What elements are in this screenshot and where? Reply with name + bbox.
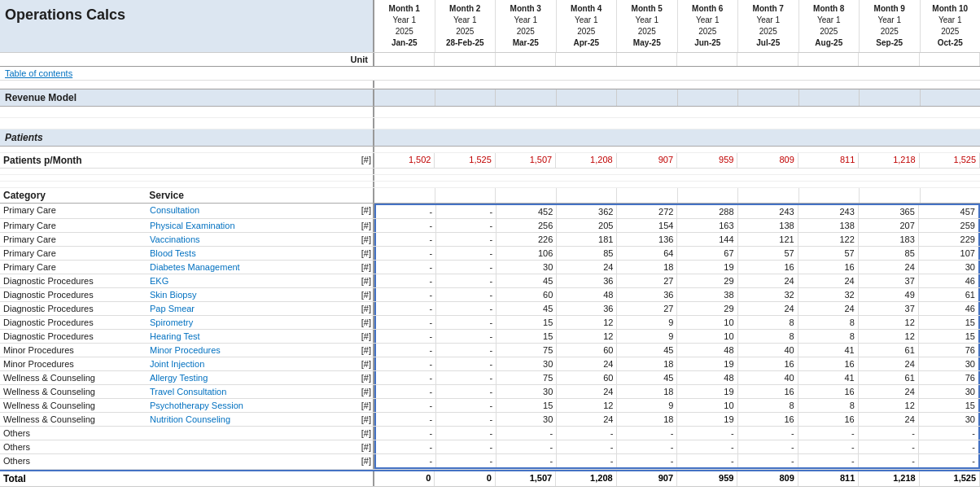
category-8: Diagnostic Procedures [0,316,147,329]
year-label: Year 1 [922,15,979,26]
cell-5-7: 24 [798,274,859,287]
cell-3-5: 67 [677,247,737,260]
cell-16-8: - [859,427,919,440]
service-0: Consultation [147,204,309,218]
cell-1-0: - [376,219,436,232]
row-left-10: Minor ProceduresMinor Procedures[#] [0,344,374,357]
unit-1: [#] [309,219,374,232]
blank-row-7 [0,182,980,188]
cell-14-3: 12 [557,399,617,412]
cell-12-4: 45 [617,371,677,384]
cell-3-7: 57 [798,247,859,260]
service-6: Skin Biopsy [147,288,309,301]
full-year-label: 2025 [740,26,797,37]
cell-9-9: 15 [919,330,978,343]
cell-11-6: 16 [738,357,798,370]
row-cells-13: --3024181916162430 [374,385,980,398]
category-17: Others [0,440,147,453]
table-row: Primary CarePhysical Examination[#]--256… [0,219,980,233]
service-header: Service [146,188,308,203]
service-18 [147,454,309,469]
cell-5-4: 27 [617,274,677,287]
cell-1-8: 207 [859,219,919,232]
ppm-value-4: 907 [617,153,677,168]
row-cells-4: --3024181916162430 [374,261,980,274]
rm-cell-7 [799,90,860,106]
rm-cell-1 [435,90,497,106]
category-3: Primary Care [0,247,147,260]
cell-0-9: 457 [919,205,978,218]
blank-row-5 [0,169,980,175]
cell-2-3: 181 [557,233,617,246]
cell-17-1: - [436,440,497,453]
cell-9-8: 12 [859,330,919,343]
cell-10-0: - [376,344,436,357]
service-16 [147,427,309,440]
total-cell-4: 907 [617,471,677,486]
cell-6-9: 61 [919,288,978,301]
cell-1-5: 163 [677,219,737,232]
cell-15-0: - [376,413,436,426]
full-year-label: 2025 [801,26,858,37]
cell-2-0: - [376,233,436,246]
service-7: Pap Smear [147,302,309,315]
ch-cell-7 [799,188,860,203]
cell-6-1: - [436,288,497,301]
row-cells-0: --452362272288243243365457 [374,204,980,218]
ch-cell-8 [860,188,921,203]
unit-12: [#] [309,371,374,384]
toc-link[interactable]: Table of contents [5,68,72,78]
table-row: Primary CareConsultation[#]--45236227228… [0,204,980,219]
year-label: Year 1 [558,15,615,26]
total-cell-9: 1,525 [920,471,980,486]
category-4: Primary Care [0,261,147,274]
cell-6-3: 48 [557,288,617,301]
date-label: Mar-25 [497,37,554,49]
rm-cell-9 [921,90,981,106]
ch-cell-5 [678,188,739,203]
cell-10-1: - [436,344,497,357]
cell-12-9: 76 [919,371,978,384]
table-row: Others[#]---------- [0,427,980,440]
blank-left-2 [0,107,374,117]
cell-13-2: 30 [497,385,557,398]
cell-10-2: 75 [497,344,557,357]
cell-18-9: - [919,454,978,467]
month-col-8: Month 9 Year 1 2025 Sep-25 [860,0,921,52]
rm-cell-5 [678,90,739,106]
row-left-0: Primary CareConsultation[#] [0,204,374,218]
month-label: Month 7 [740,3,797,15]
cell-9-0: - [376,330,436,343]
cell-17-0: - [376,440,436,453]
total-cell-8: 1,218 [859,471,919,486]
cell-18-0: - [376,454,436,467]
cell-14-5: 10 [677,399,737,412]
unit-16: [#] [309,427,374,440]
cell-4-5: 19 [677,261,737,274]
unit-8: [#] [309,316,374,329]
cell-3-1: - [436,247,497,260]
unit-month-cells [374,53,980,66]
row-cells-15: --3024181916162430 [374,413,980,426]
app-title: Operations Calcs [5,7,125,23]
cell-12-0: - [376,371,436,384]
cell-15-5: 19 [677,413,737,426]
category-header: Category [0,188,146,203]
month-label: Month 9 [861,3,918,15]
full-year-label: 2025 [922,26,979,37]
cell-4-8: 24 [859,261,919,274]
cell-5-9: 46 [919,274,978,287]
cell-18-6: - [738,454,798,467]
cell-15-9: 30 [919,413,978,426]
col-header-row: Category Service [0,188,980,204]
cell-13-3: 24 [557,385,617,398]
cell-11-3: 24 [557,357,617,370]
table-row: Primary CareVaccinations[#]--22618113614… [0,233,980,247]
year-label: Year 1 [801,15,858,26]
ppm-value-1: 1,525 [435,153,495,168]
cell-4-7: 16 [798,261,859,274]
cell-3-2: 106 [497,247,557,260]
cell-2-6: 121 [738,233,798,246]
table-row: Diagnostic ProceduresSkin Biopsy[#]--604… [0,288,980,302]
cell-16-1: - [436,427,497,440]
